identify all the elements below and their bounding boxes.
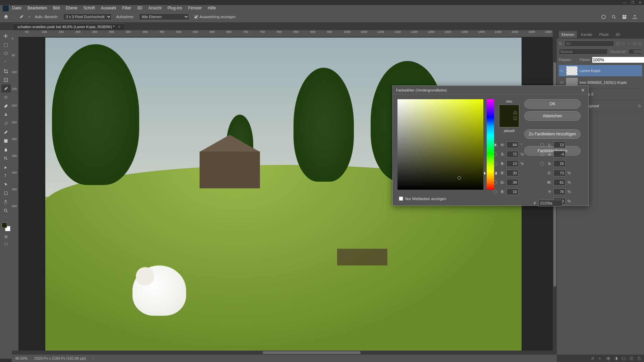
cloud-docs-icon[interactable] (601, 14, 606, 19)
input-r[interactable] (506, 170, 519, 176)
saturation-value-field[interactable] (397, 99, 483, 190)
radio-bv[interactable] (493, 162, 497, 166)
tab-pfade[interactable]: Pfade (596, 31, 611, 38)
filter-shape-icon[interactable] (633, 42, 637, 46)
filter-smart-icon[interactable] (638, 42, 642, 46)
show-ring-checkbox[interactable]: Auswahlring anzeigen (194, 15, 236, 19)
layer-name[interactable]: Lamm Kopie (580, 69, 641, 73)
crop-tool[interactable] (1, 67, 11, 75)
menu-schrift[interactable]: Schrift (84, 6, 95, 10)
eraser-tool[interactable] (1, 128, 11, 136)
sample-size-select[interactable]: 3 x 3 Pixel Durchschnitt (63, 13, 112, 20)
filter-type-icon[interactable]: T (627, 42, 631, 46)
trash-icon[interactable] (637, 356, 641, 361)
minimize-button[interactable]: — (623, 1, 626, 4)
radio-g[interactable] (493, 181, 497, 184)
websafe-icon[interactable] (513, 116, 518, 121)
filter-adjust-icon[interactable] (622, 42, 625, 46)
add-swatch-button[interactable]: Zu Farbfeldern hinzufügen (524, 129, 581, 139)
radio-l[interactable] (540, 143, 544, 147)
doc-size[interactable]: 2920 Px x 2160 Px (182,88 ppi) (34, 356, 86, 360)
opacity-input[interactable] (629, 49, 642, 54)
layer-name[interactable]: tree-3095683_1920(1) Kopie (580, 80, 641, 84)
input-bv[interactable] (506, 160, 519, 167)
radio-s[interactable] (493, 153, 497, 156)
zoom-tool[interactable] (1, 206, 11, 215)
layer-row[interactable]: Lamm Kopie (559, 65, 642, 77)
close-button[interactable]: ✕ (639, 1, 641, 4)
menu-datei[interactable]: Datei (12, 6, 21, 10)
menu-bild[interactable]: Bild (53, 6, 60, 10)
history-brush-tool[interactable] (1, 119, 11, 127)
menu-auswahl[interactable]: Auswahl (101, 6, 116, 10)
move-tool[interactable] (1, 32, 11, 40)
tab-kanaele[interactable]: Kanäle (578, 31, 595, 38)
restore-button[interactable]: ❐ (631, 1, 634, 4)
blur-tool[interactable] (1, 145, 11, 154)
input-bb[interactable] (506, 188, 519, 195)
menu-3d[interactable]: 3D (137, 6, 142, 10)
dialog-close-icon[interactable]: ✕ (581, 87, 585, 93)
quickmask-icon[interactable] (4, 235, 8, 239)
gamut-warning-icon[interactable]: ! (513, 110, 518, 115)
layer-name[interactable]: Ebene 2 (580, 92, 641, 96)
layer-thumbnail[interactable] (566, 66, 578, 75)
gradient-tool[interactable] (1, 137, 11, 145)
ok-button[interactable]: OK (524, 99, 581, 109)
menu-plugins[interactable]: Plug-ins (168, 6, 182, 10)
dodge-tool[interactable] (1, 154, 11, 162)
shape-tool[interactable] (1, 189, 11, 197)
radio-blab[interactable] (540, 162, 544, 166)
screenmode-icon[interactable] (4, 242, 8, 246)
search-icon[interactable] (611, 14, 616, 19)
hand-tool[interactable] (1, 198, 11, 206)
menu-ansicht[interactable]: Ansicht (148, 6, 161, 10)
path-select-tool[interactable] (1, 180, 11, 188)
brush-tool[interactable] (1, 102, 11, 110)
stamp-tool[interactable] (1, 111, 11, 119)
wand-tool[interactable] (1, 58, 11, 66)
foreground-color-swatch[interactable] (2, 223, 7, 228)
eyedropper-tool[interactable] (1, 84, 11, 93)
sample-layers-select[interactable]: Alle Ebenen (139, 13, 189, 20)
fill-input[interactable] (592, 57, 644, 63)
color-swatches[interactable] (2, 223, 10, 231)
filter-image-icon[interactable] (616, 42, 620, 46)
adjust-layer-icon[interactable] (614, 356, 618, 361)
canvas-horizontal-scrollbar[interactable] (12, 351, 557, 355)
tab-close-icon[interactable]: × (118, 25, 120, 29)
menu-hilfe[interactable]: Hilfe (208, 6, 216, 10)
share-icon[interactable] (632, 14, 637, 19)
zoom-level[interactable]: 48.58% (15, 356, 28, 360)
mask-icon[interactable] (606, 356, 610, 361)
type-tool[interactable]: T (1, 172, 11, 180)
group-icon[interactable] (622, 356, 626, 361)
input-s[interactable] (506, 151, 519, 158)
visibility-icon[interactable] (559, 69, 564, 73)
heal-tool[interactable] (1, 93, 11, 101)
input-h[interactable] (506, 141, 519, 148)
visibility-icon[interactable] (559, 80, 564, 85)
lasso-tool[interactable] (1, 50, 11, 58)
input-m[interactable] (553, 179, 566, 186)
radio-h[interactable] (493, 143, 497, 147)
marquee-tool[interactable] (1, 41, 11, 49)
menu-ebene[interactable]: Ebene (66, 6, 77, 10)
input-c[interactable] (553, 170, 566, 176)
pen-tool[interactable] (1, 163, 11, 171)
tab-3d[interactable]: 3D (613, 31, 623, 38)
tab-ebenen[interactable]: Ebenen (559, 31, 577, 38)
hue-slider[interactable] (487, 99, 494, 190)
document-tab[interactable]: schatten erstellen.psdc bei 48,6% (Lamm … (13, 23, 124, 30)
layer-filter-input[interactable] (565, 41, 614, 47)
workspace-icon[interactable] (622, 14, 627, 19)
radio-a[interactable] (540, 153, 544, 156)
eyedropper-icon[interactable] (19, 14, 24, 19)
input-y[interactable] (553, 188, 566, 195)
edit-toolbar-icon[interactable]: ⋯ (1, 215, 11, 220)
menu-fenster[interactable]: Fenster (188, 6, 202, 10)
input-blab[interactable] (553, 160, 566, 167)
cancel-button[interactable]: Abbrechen (524, 111, 581, 121)
fx-icon[interactable]: fx (598, 356, 603, 361)
blend-mode-select[interactable]: Normal (559, 49, 608, 55)
